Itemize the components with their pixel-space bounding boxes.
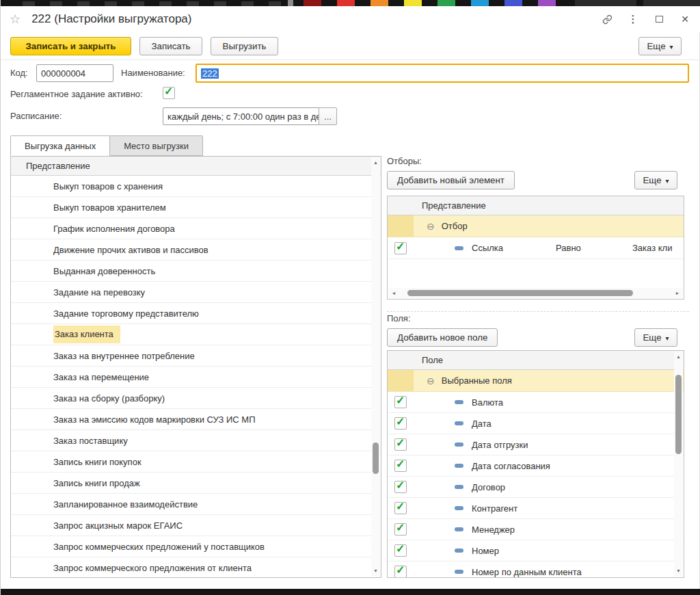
list-item[interactable]: Заказ поставщику <box>11 430 381 451</box>
filters-column-header[interactable]: Представление <box>388 196 684 215</box>
fields-column-header[interactable]: Поле <box>388 351 684 370</box>
filter-group-row[interactable]: Отбор <box>388 215 684 237</box>
filters-more-button[interactable]: Еще <box>634 171 677 189</box>
checkbox-cell <box>388 544 414 557</box>
toolbar-more-button[interactable]: Еще <box>638 37 682 55</box>
field-use-checkbox[interactable] <box>394 523 407 536</box>
os-taskbar-strip <box>1 0 700 6</box>
list-item[interactable]: Выкуп товаров хранителем <box>11 197 381 218</box>
list-item-selected[interactable]: Заказ клиента <box>11 324 381 345</box>
close-icon[interactable]: ✕ <box>679 14 690 25</box>
taskbar-block <box>643 0 700 6</box>
field-name: Номер по данным клиента <box>472 567 582 577</box>
chevron-down-icon <box>666 175 669 185</box>
scroll-down-icon[interactable] <box>371 567 380 575</box>
field-row[interactable]: Номер по данным клиента <box>388 561 684 578</box>
field-row[interactable]: Дата <box>388 413 684 434</box>
field-name: Номер <box>472 546 499 556</box>
window-menu-icon[interactable]: ⋮ <box>628 14 638 25</box>
list-item[interactable]: Выкуп товаров с хранения <box>11 176 381 197</box>
scrollbar-thumb[interactable] <box>407 290 633 296</box>
fields-vertical-scrollbar[interactable] <box>674 352 683 577</box>
scrollbar-thumb[interactable] <box>373 442 379 474</box>
list-item[interactable]: Заказ на эмиссию кодов маркировки СУЗ ИС… <box>11 409 381 430</box>
tab-export-destination[interactable]: Место выгрузки <box>110 135 203 156</box>
field-use-checkbox[interactable] <box>394 396 407 408</box>
group-mark-cell <box>388 370 414 391</box>
object-list-panel: Представление Выкуп товаров с хранения В… <box>10 156 381 578</box>
filters-horizontal-scrollbar[interactable] <box>388 288 683 298</box>
scheduled-job-checkbox[interactable] <box>163 87 175 99</box>
save-and-close-button[interactable]: Записать и закрыть <box>10 37 131 55</box>
field-name: Контрагент <box>472 503 517 514</box>
maximize-icon[interactable] <box>654 14 664 25</box>
more-button-label: Еще <box>647 41 665 51</box>
field-use-checkbox[interactable] <box>394 544 407 557</box>
field-use-checkbox[interactable] <box>394 502 407 514</box>
schedule-input[interactable]: каждый день; с 7:00:00 один раз в ден <box>163 107 319 125</box>
list-item[interactable]: Запрос акцизных марок ЕГАИС <box>11 515 381 536</box>
scroll-right-icon[interactable] <box>673 288 682 298</box>
scroll-left-icon[interactable] <box>390 288 398 298</box>
list-item[interactable]: Запрос коммерческого предложения от клие… <box>11 557 381 578</box>
code-label: Код: <box>10 68 28 78</box>
field-row[interactable]: Номер <box>388 540 684 561</box>
list-item[interactable]: Заказ на внутреннее потребление <box>11 345 381 367</box>
code-input[interactable]: 000000004 <box>36 64 113 82</box>
field-row[interactable]: Менеджер <box>388 519 684 540</box>
save-button[interactable]: Записать <box>139 37 202 55</box>
field-row[interactable]: Контрагент <box>388 498 684 519</box>
collapse-icon[interactable] <box>427 375 435 386</box>
list-item[interactable]: Заказ на перемещение <box>11 367 381 388</box>
color-swatch <box>404 0 422 6</box>
list-item[interactable]: Выданная доверенность <box>11 261 381 282</box>
field-row[interactable]: Валюта <box>388 392 684 413</box>
app-window: ☆ 222 (Настройки выгружатора) ⋮ ✕ Записа… <box>0 0 700 595</box>
field-use-checkbox[interactable] <box>394 438 407 451</box>
tab-data-export[interactable]: Выгрузка данных <box>10 135 110 156</box>
list-item[interactable]: Задание на перевозку <box>11 282 381 303</box>
list-vertical-scrollbar[interactable] <box>371 157 380 577</box>
list-item[interactable]: Заказ на сборку (разборку) <box>11 388 381 409</box>
field-row[interactable]: Договор <box>388 477 684 498</box>
attribute-icon <box>455 570 463 574</box>
add-filter-button[interactable]: Добавить новый элемент <box>387 171 515 189</box>
field-name: Валюта <box>472 397 503 408</box>
scrollbar-thumb[interactable] <box>675 375 682 454</box>
field-use-checkbox[interactable] <box>394 481 407 493</box>
list-item[interactable]: Задание торговому представителю <box>11 303 381 324</box>
field-use-checkbox[interactable] <box>394 460 407 472</box>
export-button[interactable]: Выгрузить <box>211 37 278 55</box>
collapse-icon[interactable] <box>427 221 435 232</box>
field-row[interactable]: Дата отгрузки <box>388 434 684 455</box>
add-field-button[interactable]: Добавить новое поле <box>387 328 498 347</box>
chevron-down-icon <box>670 41 673 51</box>
checkmark-icon <box>396 521 405 534</box>
link-icon[interactable] <box>602 14 612 25</box>
list-column-header[interactable]: Представление <box>11 157 381 176</box>
field-use-checkbox[interactable] <box>394 566 407 578</box>
scroll-up-icon[interactable] <box>371 159 380 167</box>
taskbar-block <box>575 0 636 6</box>
list-item[interactable]: Запись книги продаж <box>11 473 381 494</box>
list-item[interactable]: График исполнения договора <box>11 218 381 239</box>
list-item[interactable]: Запись книги покупок <box>11 451 381 473</box>
name-input[interactable]: 222 <box>196 64 689 83</box>
favorite-star-icon[interactable]: ☆ <box>10 13 21 25</box>
schedule-picker-button[interactable]: ... <box>319 107 337 125</box>
field-use-checkbox[interactable] <box>394 417 407 429</box>
checkbox-cell <box>388 502 414 514</box>
fields-more-button[interactable]: Еще <box>634 328 677 347</box>
list-item[interactable]: Запланированное взаимодействие <box>11 494 381 515</box>
scroll-down-icon[interactable] <box>674 567 683 575</box>
fields-table: Поле Выбранные поля Валюта Дата Дата отг… <box>387 350 684 578</box>
fields-group-row[interactable]: Выбранные поля <box>388 370 684 392</box>
scroll-up-icon[interactable] <box>674 353 683 361</box>
filter-row[interactable]: Ссылка Равно Заказ кли <box>388 237 684 259</box>
checkmark-icon <box>396 415 405 428</box>
list-item[interactable]: Движение прочих активов и пассивов <box>11 239 381 261</box>
list-item[interactable]: Запрос коммерческих предложений у постав… <box>11 536 381 557</box>
more-button-label: Еще <box>643 175 661 185</box>
field-row[interactable]: Дата согласования <box>388 455 684 477</box>
filter-use-checkbox[interactable] <box>394 242 407 254</box>
